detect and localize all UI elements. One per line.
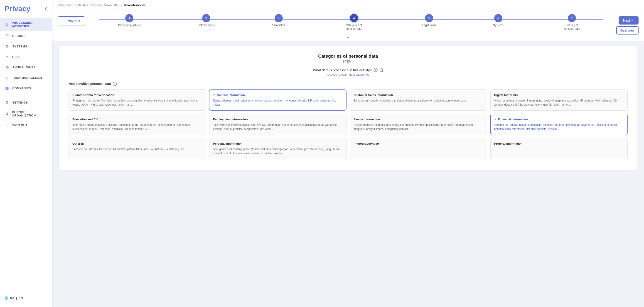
- step-label-1: Processing activity: [118, 24, 141, 27]
- data-card-digital-footprints[interactable]: Digital footprints Video recordings, bro…: [490, 90, 628, 111]
- main-content: Processing activities (Privacy Demo DK) …: [52, 0, 644, 307]
- sidebar-item-record[interactable]: ☰ Record: [0, 31, 52, 41]
- step-label-7: Sharing of personal data: [560, 24, 583, 31]
- content-question: What data is processed in this activity?…: [68, 68, 628, 72]
- stepper-right-buttons: Next → Overview: [616, 14, 638, 35]
- clipboard-icon[interactable]: 📋: [380, 68, 383, 72]
- sidebar-item-sign-out[interactable]: → Sign Out: [0, 120, 52, 130]
- breadcrumb-parent[interactable]: Processing activities (Privacy Demo DK): [58, 3, 118, 7]
- sidebar-item-settings-label: Settings: [12, 101, 28, 104]
- step-label-6: Systems: [493, 24, 504, 27]
- sidebar-item-systems[interactable]: ⚙ Systems: [0, 41, 52, 52]
- data-card-contact[interactable]: ✓ Contact information Name, address, ema…: [209, 90, 347, 111]
- data-card-family-title: Family information: [354, 118, 483, 121]
- data-card-biometric[interactable]: Biometric data for verification Fingerpr…: [68, 90, 206, 111]
- sidebar-item-risk-label: Risk: [12, 55, 20, 59]
- sidebar-item-annual-wheel[interactable]: ◷ Annual Wheel: [0, 62, 52, 73]
- data-card-contact-desc: Name, address, email, telephone number, …: [213, 99, 343, 107]
- sidebar-item-change-organization[interactable]: ↺ Change Organization: [0, 108, 52, 120]
- annual-wheel-icon: ◷: [4, 65, 10, 70]
- data-card-customer-sales-desc: Bank account details, services re.to dat…: [354, 99, 483, 103]
- stepper-step-1[interactable]: 1 Processing activity: [118, 14, 141, 27]
- step-circle-5: 5: [425, 14, 433, 22]
- step-circle-2: 2: [202, 14, 210, 22]
- data-card-other-id[interactable]: Other Id Passport no., driver's license …: [68, 138, 206, 159]
- language-switcher: 🌐 DA | EN: [0, 293, 52, 302]
- section-label: Non-sensitive personal data i: [68, 82, 628, 86]
- stepper-steps: 1 Processing activity 2 Data Subjects 3 …: [85, 14, 616, 31]
- sidebar-item-sign-out-label: Sign Out: [12, 124, 28, 127]
- step-circle-7: 7: [568, 14, 576, 22]
- risk-icon: ⚠: [4, 54, 10, 59]
- stepper-step-4[interactable]: 4 Categories of personal data: [343, 14, 365, 31]
- content-area: Categories of personal data STEP 4 What …: [52, 41, 644, 307]
- stepper-nav: ← Previous 1 Processing activity 2 Data …: [58, 14, 638, 35]
- data-card-employment[interactable]: Employment information Title, warnings f…: [209, 114, 347, 135]
- data-card-property[interactable]: Proterty Information: [490, 138, 628, 159]
- step-circle-1: 1: [125, 14, 134, 22]
- step-circle-6: 6: [494, 14, 502, 22]
- content-subtitle: Choose relevant data categories: [68, 73, 628, 76]
- data-card-photograph-video-title: Photograph/Video: [354, 142, 483, 145]
- section-info-icon[interactable]: i: [113, 82, 117, 86]
- lang-da[interactable]: DA: [10, 296, 14, 300]
- stepper-step-7[interactable]: 7 Sharing of personal data: [560, 14, 583, 31]
- data-card-other-id-title: Other Id: [72, 142, 202, 145]
- data-card-family[interactable]: Family information Civil partnership, ma…: [350, 114, 487, 135]
- sidebar-item-companies[interactable]: ▦ Companies: [0, 83, 52, 93]
- sidebar-item-change-org-label: Change Organization: [12, 110, 48, 117]
- lang-en[interactable]: EN: [18, 296, 23, 300]
- financial-check-icon: ✓: [494, 118, 497, 121]
- data-card-biometric-desc: Fingerprint, iris, photos (for facial re…: [72, 99, 202, 107]
- data-card-digital-footprints-title: Digital footprints: [494, 93, 624, 97]
- step-label-4: Categories of personal data: [343, 24, 365, 31]
- data-card-photograph-video[interactable]: Photograph/Video: [350, 138, 487, 159]
- question-info-icon[interactable]: i: [374, 68, 378, 72]
- data-card-property-title: Proterty Information: [494, 142, 624, 145]
- data-card-education-cv[interactable]: Education and CV Information about educa…: [68, 114, 206, 135]
- sidebar-item-processing-activities[interactable]: ⊙ Processing Activities: [0, 19, 52, 31]
- stepper-area: ← Previous 1 Processing activity 2 Data …: [52, 11, 644, 41]
- sidebar-collapse-button[interactable]: ❮: [44, 6, 48, 11]
- sidebar-item-companies-label: Companies: [12, 87, 31, 90]
- data-card-personal-info[interactable]: Personal information Age, gender, citize…: [209, 138, 347, 159]
- step-label-2: Data Subjects: [198, 24, 215, 27]
- data-card-customer-sales[interactable]: Customer Sales information Bank account …: [350, 90, 487, 111]
- overview-button[interactable]: Overview: [616, 26, 638, 35]
- sidebar-item-task-management-label: Task Management: [12, 76, 44, 80]
- data-category-grid: Biometric data for verification Fingerpr…: [68, 90, 628, 159]
- content-title: Categories of personal data: [68, 54, 628, 59]
- sidebar-item-annual-wheel-label: Annual Wheel: [12, 66, 38, 69]
- stepper-step-2[interactable]: 2 Data Subjects: [198, 14, 215, 27]
- sidebar: Privacy ❮ ⊙ Processing Activities ☰ Reco…: [0, 0, 52, 307]
- sidebar-item-settings[interactable]: ⚙ Settings: [0, 97, 52, 108]
- data-card-education-cv-desc: Information about education, diploma, tr…: [72, 123, 202, 131]
- stepper-step-5[interactable]: 5 Legal basis: [422, 14, 436, 27]
- processing-activities-icon: ⊙: [4, 22, 9, 27]
- sidebar-nav: ⊙ Processing Activities ☰ Record ⚙ Syste…: [0, 19, 52, 293]
- data-card-digital-footprints-desc: Video recordings, browser fingerprinting…: [494, 99, 624, 107]
- data-card-financial[interactable]: ✓ Financial Information Account no., sal…: [490, 114, 628, 135]
- previous-button[interactable]: ← Previous: [58, 16, 85, 26]
- next-button[interactable]: Next →: [618, 16, 638, 25]
- sidebar-item-task-management[interactable]: ✓ Task Management: [0, 73, 52, 83]
- breadcrumb-current: Investeringer: [124, 3, 146, 7]
- data-card-education-cv-title: Education and CV: [72, 118, 202, 121]
- sidebar-item-systems-label: Systems: [12, 45, 27, 48]
- stepper-collapse-chevron[interactable]: ∨: [58, 35, 638, 41]
- data-card-contact-title: ✓ Contact information: [213, 93, 343, 97]
- app-title: Privacy: [4, 5, 30, 13]
- data-card-personal-info-title: Personal information: [213, 142, 343, 145]
- stepper-step-3[interactable]: 3 Association: [272, 14, 286, 27]
- step-circle-4: 4: [350, 14, 358, 22]
- lang-separator: |: [16, 296, 17, 300]
- settings-icon: ⚙: [4, 100, 10, 105]
- contact-check-icon: ✓: [213, 93, 216, 97]
- sidebar-item-record-label: Record: [12, 34, 26, 38]
- step-label-3: Association: [272, 24, 286, 27]
- globe-icon: 🌐: [4, 296, 8, 300]
- stepper-step-6[interactable]: 6 Systems: [493, 14, 504, 27]
- data-card-personal-info-desc: Age, gender, citizenship, place of birth…: [213, 147, 343, 155]
- data-card-employment-desc: Title, warnings from workplace, staff re…: [213, 123, 343, 131]
- sidebar-item-risk[interactable]: ⚠ Risk: [0, 52, 52, 62]
